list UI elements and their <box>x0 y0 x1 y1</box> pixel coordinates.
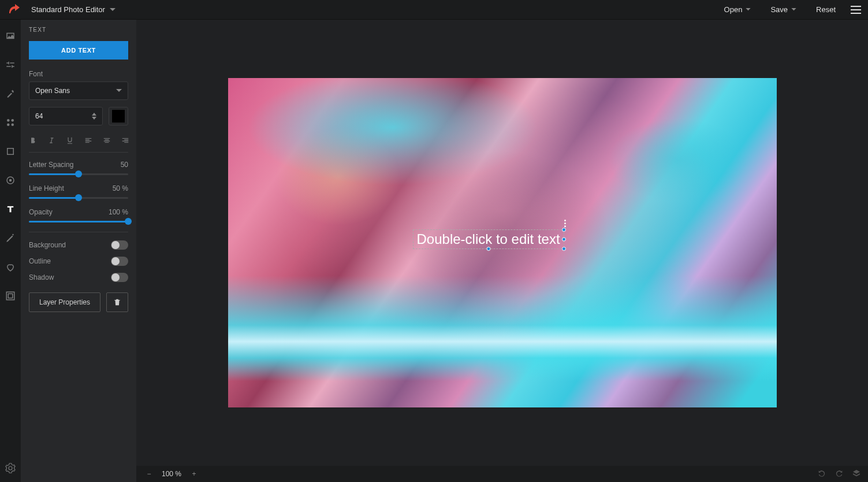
svg-point-2 <box>7 124 10 127</box>
frame-tool-icon[interactable] <box>5 290 16 302</box>
svg-point-5 <box>9 179 12 182</box>
image-tool-icon[interactable] <box>5 30 16 42</box>
outline-label: Outline <box>29 257 51 265</box>
resize-handle-mr[interactable] <box>562 238 566 242</box>
draw-tool-icon[interactable] <box>5 232 16 244</box>
bold-button[interactable] <box>29 136 37 145</box>
resize-handle-br[interactable] <box>562 247 566 251</box>
font-size-value: 64 <box>35 112 43 120</box>
hamburger-menu-icon[interactable] <box>847 3 861 17</box>
chevron-down-icon <box>116 89 122 92</box>
zoom-in-button[interactable]: + <box>188 468 200 480</box>
text-style-row <box>29 132 128 153</box>
app-logo-icon[interactable] <box>7 3 21 17</box>
font-size-input[interactable]: 64 <box>29 107 103 125</box>
text-layer[interactable]: Double-click to edit text <box>413 229 564 249</box>
italic-button[interactable] <box>47 136 55 145</box>
letter-spacing-label: Letter Spacing <box>29 161 73 169</box>
color-swatch-icon <box>112 110 125 123</box>
overlay-tool-icon[interactable] <box>5 175 16 186</box>
layer-properties-button[interactable]: Layer Properties <box>29 292 100 312</box>
top-actions: Open Save Reset <box>724 5 836 14</box>
text-layer-content: Double-click to edit text <box>417 231 560 247</box>
align-right-button[interactable] <box>121 136 129 145</box>
resize-handle-tr[interactable] <box>562 228 566 232</box>
panel-header: TEXT <box>29 27 128 33</box>
layers-icon[interactable] <box>852 469 861 480</box>
redo-icon[interactable] <box>835 469 844 480</box>
svg-point-3 <box>12 124 14 127</box>
background-toggle[interactable] <box>111 240 128 250</box>
opacity-slider[interactable]: Opacity 100 % <box>29 208 128 223</box>
opacity-label: Opacity <box>29 208 53 216</box>
text-tool-icon[interactable] <box>5 203 16 215</box>
text-properties-panel: TEXT ADD TEXT Font Open Sans 64 <box>21 20 136 482</box>
letter-spacing-value: 50 <box>121 161 128 169</box>
canvas-area: Double-click to edit text − 100 % + <box>136 20 868 482</box>
resize-handle-bm[interactable] <box>486 247 490 251</box>
font-select[interactable]: Open Sans <box>29 81 128 100</box>
text-color-picker[interactable] <box>109 107 128 125</box>
zoom-out-button[interactable]: − <box>143 468 155 480</box>
chevron-down-icon <box>791 8 796 11</box>
shadow-label: Shadow <box>29 273 54 281</box>
chevron-down-icon <box>746 8 751 11</box>
svg-rect-6 <box>6 292 14 300</box>
photo-canvas[interactable]: Double-click to edit text <box>228 78 777 407</box>
svg-point-1 <box>12 119 14 122</box>
adjust-tool-icon[interactable] <box>5 59 16 71</box>
trash-icon <box>113 298 121 306</box>
tool-rail <box>0 20 21 482</box>
magic-tool-icon[interactable] <box>5 88 16 99</box>
underline-button[interactable] <box>66 136 74 145</box>
stickers-tool-icon[interactable] <box>5 261 16 273</box>
shadow-toggle[interactable] <box>111 273 128 282</box>
canvas-viewport[interactable]: Double-click to edit text <box>136 20 868 466</box>
svg-rect-7 <box>8 294 13 298</box>
open-menu[interactable]: Open <box>724 5 751 14</box>
topbar: Standard Photo Editor Open Save Reset <box>0 0 868 20</box>
undo-icon[interactable] <box>817 469 826 480</box>
line-height-label: Line Height <box>29 184 64 192</box>
zoom-value: 100 % <box>162 470 181 478</box>
rotate-handle-icon[interactable] <box>564 220 566 227</box>
outline-toggle[interactable] <box>111 257 128 266</box>
app-title: Standard Photo Editor <box>31 5 105 14</box>
line-height-value: 50 % <box>113 184 128 192</box>
shapes-tool-icon[interactable] <box>5 117 16 128</box>
line-height-slider[interactable]: Line Height 50 % <box>29 184 128 199</box>
save-menu[interactable]: Save <box>770 5 796 14</box>
opacity-value: 100 % <box>109 208 128 216</box>
zoom-bar: − 100 % + <box>136 466 868 482</box>
font-value: Open Sans <box>35 87 70 95</box>
background-label: Background <box>29 241 66 249</box>
svg-point-0 <box>7 119 10 122</box>
align-center-button[interactable] <box>103 136 111 145</box>
chevron-down-icon <box>92 117 96 120</box>
chevron-down-icon <box>110 8 116 12</box>
add-text-button[interactable]: ADD TEXT <box>29 41 128 60</box>
font-size-stepper[interactable] <box>92 113 96 120</box>
app-title-dropdown[interactable]: Standard Photo Editor <box>31 5 116 14</box>
chevron-up-icon <box>92 113 96 116</box>
letter-spacing-slider[interactable]: Letter Spacing 50 <box>29 161 128 175</box>
settings-icon[interactable] <box>5 462 16 474</box>
align-left-button[interactable] <box>84 136 92 145</box>
font-label: Font <box>29 70 128 78</box>
delete-layer-button[interactable] <box>106 292 128 312</box>
reset-button[interactable]: Reset <box>816 5 836 14</box>
crop-tool-icon[interactable] <box>5 146 16 157</box>
